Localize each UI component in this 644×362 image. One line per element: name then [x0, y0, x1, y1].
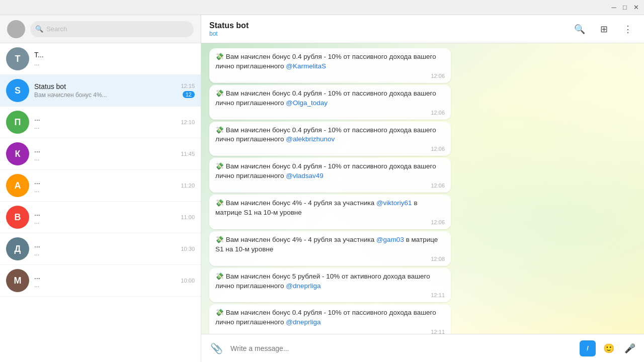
app-body: 🔍 Search ТТ......SStatus botВам начислен…: [0, 15, 644, 362]
sidebar-item-meta-5: 11:20: [181, 183, 195, 189]
sidebar-item-preview-7: ...: [34, 250, 176, 257]
attach-button[interactable]: 📎: [207, 339, 225, 357]
message-input[interactable]: [230, 344, 575, 352]
sidebar-item-time-3: 12:10: [181, 119, 195, 125]
emoji-button[interactable]: 🙂: [601, 340, 617, 356]
mic-button[interactable]: 🎤: [622, 340, 638, 356]
sidebar-item-name-7: ...: [34, 241, 176, 249]
chat-header: Status bot bot 🔍 ⊞ ⋮: [201, 15, 644, 43]
message-bubble-4: 💸 Вам начислен бонус 0.4 рубля - 10% от …: [209, 158, 451, 193]
sidebar-item-2[interactable]: SStatus botВам начислен бонус 4%...12:15…: [0, 75, 201, 107]
sidebar-item-content-8: ......: [34, 273, 176, 289]
message-time-4: 12:06: [215, 183, 445, 189]
minimize-button[interactable]: ─: [610, 4, 618, 12]
message-text-4: 💸 Вам начислен бонус 0.4 рубля - 10% от …: [215, 162, 445, 181]
message-link-6[interactable]: @gam03: [376, 236, 404, 243]
sidebar-header: 🔍 Search: [0, 15, 201, 43]
message-text-6: 💸 Вам начислен бонус 4% - 4 рубля за уча…: [215, 235, 445, 254]
message-link-7[interactable]: @dneprliga: [286, 282, 320, 290]
chat-messages: 💸 Вам начислен бонус 0.4 рубля - 10% от …: [201, 43, 644, 334]
sidebar-item-meta-7: 10:30: [181, 246, 195, 252]
message-time-5: 12:06: [215, 219, 445, 225]
message-time-1: 12:06: [215, 73, 445, 79]
message-link-3[interactable]: @alekbrizhunov: [286, 135, 335, 143]
sidebar-item-7[interactable]: Д......10:30: [0, 233, 201, 265]
message-bubble-5: 💸 Вам начислен бонус 4% - 4 рубля за уча…: [209, 195, 451, 229]
sidebar-item-content-2: Status botВам начислен бонус 4%...: [34, 82, 176, 99]
sidebar-item-time-7: 10:30: [181, 246, 195, 252]
sidebar-item-content-1: Т......: [34, 51, 190, 67]
sidebar-item-time-8: 10:00: [181, 278, 195, 284]
sidebar-item-meta-6: 11:00: [181, 214, 195, 220]
sidebar-item-badge-2: 12: [183, 91, 195, 98]
message-text-5: 💸 Вам начислен бонус 4% - 4 рубля за уча…: [215, 199, 445, 218]
maximize-button[interactable]: □: [621, 4, 629, 12]
sidebar-item-name-2: Status bot: [34, 82, 176, 90]
sidebar-item-3[interactable]: П......12:10: [0, 107, 201, 138]
chat-title: Status bot: [209, 21, 566, 30]
sidebar-avatar-6: В: [6, 206, 29, 229]
message-bubble-8: 💸 Вам начислен бонус 0.4 рубля - 10% от …: [209, 304, 451, 334]
sidebar-item-content-7: ......: [34, 241, 176, 257]
sidebar-item-preview-8: ...: [34, 282, 176, 289]
chat-input-area: 📎 / 🙂 🎤: [201, 334, 644, 362]
title-bar: ─ □ ✕: [0, 0, 644, 15]
messages-container: 💸 Вам начислен бонус 0.4 рубля - 10% от …: [209, 48, 636, 334]
message-time-6: 12:08: [215, 256, 445, 262]
sidebar-item-content-3: ......: [34, 114, 176, 130]
sidebar-item-content-4: ......: [34, 146, 176, 162]
sidebar-avatar-7: Д: [6, 237, 29, 260]
sidebar-item-meta-2: 12:1512: [181, 83, 195, 98]
search-chat-button[interactable]: 🔍: [572, 21, 588, 37]
sidebar-item-name-8: ...: [34, 273, 176, 281]
chat-header-actions: 🔍 ⊞ ⋮: [572, 21, 636, 37]
sidebar-item-5[interactable]: А......11:20: [0, 170, 201, 202]
sidebar-item-time-4: 11:45: [181, 151, 195, 157]
more-options-button[interactable]: ⋮: [620, 21, 636, 37]
sidebar-item-preview-1: ...: [34, 60, 190, 67]
sidebar-item-time-2: 12:15: [181, 83, 195, 89]
sidebar-item-4[interactable]: К......11:45: [0, 138, 201, 170]
message-text-2: 💸 Вам начислен бонус 0.4 рубля - 10% от …: [215, 89, 445, 108]
message-text-8: 💸 Вам начислен бонус 0.4 рубля - 10% от …: [215, 308, 445, 327]
layout-button[interactable]: ⊞: [596, 21, 612, 37]
sidebar-item-preview-2: Вам начислен бонус 4%...: [34, 92, 176, 99]
sidebar-item-meta-4: 11:45: [181, 151, 195, 157]
message-link-1[interactable]: @KarmelitaS: [286, 62, 326, 70]
message-link-8[interactable]: @dneprliga: [286, 318, 320, 326]
message-text-3: 💸 Вам начислен бонус 0.4 рубля - 10% от …: [215, 126, 445, 145]
sidebar-item-8[interactable]: М......10:00: [0, 265, 201, 297]
sidebar-item-6[interactable]: В......11:00: [0, 202, 201, 233]
sidebar-avatar-8: М: [6, 269, 29, 292]
message-link-2[interactable]: @Olga_today: [286, 99, 328, 107]
slash-command-button[interactable]: /: [580, 340, 596, 356]
message-bubble-3: 💸 Вам начислен бонус 0.4 рубля - 10% от …: [209, 122, 451, 156]
app-window: ─ □ ✕ 🔍 Search ТТ......SStatus botВам на…: [0, 0, 644, 362]
sidebar-item-content-6: ......: [34, 209, 176, 225]
sidebar-avatar-1: Т: [6, 47, 29, 70]
sidebar-avatar-3: П: [6, 111, 29, 134]
close-button[interactable]: ✕: [632, 4, 640, 12]
chat-subtitle: bot: [209, 30, 566, 37]
message-text-1: 💸 Вам начислен бонус 0.4 рубля - 10% от …: [215, 52, 445, 71]
search-bar[interactable]: 🔍 Search: [30, 21, 194, 37]
sidebar-item-preview-6: ...: [34, 218, 176, 225]
sidebar-avatar-4: К: [6, 142, 29, 165]
message-link-4[interactable]: @vladsav49: [286, 172, 324, 179]
sidebar-item-preview-3: ...: [34, 123, 176, 130]
message-link-5[interactable]: @viktoriy61: [376, 199, 412, 207]
sidebar-item-name-6: ...: [34, 209, 176, 217]
sidebar-item-name-3: ...: [34, 114, 176, 122]
sidebar-avatar-5: А: [6, 174, 29, 197]
sidebar-item-name-1: Т...: [34, 51, 190, 59]
message-text-7: 💸 Вам начислен бонус 5 рублей - 10% от а…: [215, 272, 445, 291]
message-bubble-7: 💸 Вам начислен бонус 5 рублей - 10% от а…: [209, 268, 451, 303]
sidebar-avatar-2: S: [6, 79, 29, 102]
sidebar-item-time-5: 11:20: [181, 183, 195, 189]
sidebar-item-1[interactable]: ТТ......: [0, 43, 201, 75]
sidebar-item-name-5: ...: [34, 177, 176, 186]
sidebar-item-preview-4: ...: [34, 155, 176, 162]
sidebar-item-content-5: ......: [34, 177, 176, 194]
message-bubble-2: 💸 Вам начислен бонус 0.4 рубля - 10% от …: [209, 85, 451, 120]
sidebar-item-meta-3: 12:10: [181, 119, 195, 125]
